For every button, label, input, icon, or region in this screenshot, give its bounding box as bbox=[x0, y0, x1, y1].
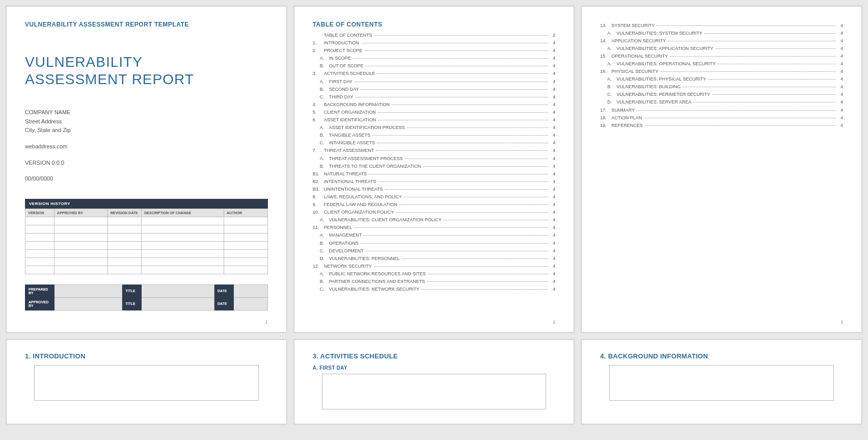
toc-dots bbox=[376, 150, 548, 151]
page-number-3: 3 bbox=[840, 320, 843, 325]
toc-dots bbox=[715, 48, 836, 49]
toc-page: 4 bbox=[550, 79, 555, 85]
toc-page: 4 bbox=[550, 232, 555, 239]
toc-row: 10.CLIENT ORGANIZATION POLICY4 bbox=[313, 209, 556, 216]
table-row bbox=[25, 249, 268, 257]
toc-num: 13. bbox=[600, 22, 611, 29]
toc-label: INTANGIBLE ASSETS bbox=[329, 140, 375, 146]
toc-label: APPLICATION SECURITY bbox=[611, 38, 666, 44]
toc-page: 4 bbox=[838, 22, 843, 29]
toc-row: 2.PROJECT SCOPE4 bbox=[313, 47, 556, 54]
toc-num: B. bbox=[320, 240, 329, 247]
toc-dots bbox=[661, 71, 836, 72]
toc-page: 4 bbox=[838, 91, 843, 98]
toc-page: 4 bbox=[550, 47, 555, 54]
vh-col-version: VERSION bbox=[25, 209, 55, 217]
toc-dots bbox=[704, 33, 836, 34]
toc-page: 4 bbox=[550, 263, 555, 270]
toc-page: 4 bbox=[838, 38, 843, 44]
toc-row: A.MANAGEMENT4 bbox=[313, 232, 556, 239]
title-line1: VULNERABILITY bbox=[25, 54, 143, 70]
toc-row: B.TANGIBLE ASSETS4 bbox=[313, 132, 556, 139]
toc-label: SUMMARY bbox=[611, 107, 635, 114]
content-box-background bbox=[609, 365, 834, 401]
toc-row: A.VULNERABILITIES: PHYSICAL SECURITY4 bbox=[600, 76, 843, 83]
toc-dots bbox=[374, 266, 549, 267]
web-address: webaddress.com bbox=[25, 142, 268, 151]
toc-num: 1. bbox=[313, 40, 324, 46]
toc-num: D. bbox=[320, 255, 329, 262]
report-title: VULNERABILITY ASSESSMENT REPORT bbox=[25, 54, 268, 88]
template-header: VULNERABILITY ASSESSMENT REPORT TEMPLATE bbox=[25, 21, 268, 28]
toc-dots bbox=[366, 66, 549, 66]
toc-num: A. bbox=[320, 124, 329, 131]
toc-num: B. bbox=[607, 84, 616, 90]
toc-num: A. bbox=[607, 61, 616, 67]
toc-label: LAWS, REGULATIONS, AND POLICY bbox=[324, 194, 402, 200]
toc-label: OPERATIONS bbox=[329, 240, 359, 247]
toc-dots bbox=[428, 274, 549, 274]
toc-page: 4 bbox=[550, 86, 555, 93]
toc-title: TABLE OF CONTENTS bbox=[313, 21, 556, 28]
toc-label: VULNERABILITIES: BUILDING bbox=[616, 84, 681, 90]
title-line2: ASSESSMENT REPORT bbox=[25, 71, 194, 87]
toc-num: 6. bbox=[313, 117, 324, 123]
toc-dots bbox=[712, 94, 836, 95]
toc-page: 4 bbox=[550, 163, 555, 170]
toc-dots bbox=[683, 87, 836, 87]
toc-dots bbox=[355, 82, 548, 82]
toc-num: 15. bbox=[600, 53, 611, 60]
city-state-zip: City, State and Zip bbox=[25, 126, 268, 135]
toc-row: 11.PERSONNEL4 bbox=[313, 224, 556, 231]
section-1-title: 1. INTRODUCTION bbox=[25, 352, 268, 360]
toc-label: UNINTENTIONAL THREATS bbox=[324, 186, 383, 193]
toc-row: B.SECOND DAY4 bbox=[313, 86, 556, 93]
toc-row: A.VULNERABILITIES: OPERATIONAL SECURITY4 bbox=[600, 61, 843, 67]
toc-num: 7. bbox=[313, 147, 324, 154]
toc-row: A.THREAT ASSESSMENT PROCESS4 bbox=[313, 156, 556, 162]
toc-label: VULNERABILITIES: PERIMETER SECURITY bbox=[616, 91, 710, 98]
toc-label: VULNERABILITIES: PHYSICAL SECURITY bbox=[616, 76, 706, 83]
toc-num: B. bbox=[320, 63, 329, 69]
toc-dots bbox=[670, 56, 836, 57]
version-history-title: VERSION HISTORY bbox=[25, 199, 268, 209]
toc-page: 4 bbox=[550, 101, 555, 108]
vh-col-desc: DESCRIPTION OF CHANGE bbox=[142, 209, 224, 217]
toc-num: C. bbox=[320, 94, 329, 100]
content-box-firstday bbox=[322, 374, 547, 409]
toc-label: TANGIBLE ASSETS bbox=[329, 132, 370, 139]
toc-num: A. bbox=[607, 45, 616, 52]
toc-label: NATURAL THREATS bbox=[324, 171, 367, 177]
toc-page: 4 bbox=[550, 132, 555, 139]
toc-dots bbox=[644, 118, 836, 118]
toc-dots bbox=[637, 110, 836, 111]
vh-col-revdate: REVISION DATE bbox=[107, 209, 142, 217]
date-label: 00/00/0000 bbox=[25, 174, 268, 184]
toc-dots bbox=[353, 58, 549, 59]
toc-page: 4 bbox=[550, 278, 555, 285]
toc-dots bbox=[364, 235, 548, 236]
toc-label: ACTION PLAN bbox=[611, 115, 642, 121]
toc-row: A.FIRST DAY4 bbox=[313, 79, 556, 85]
toc-row: 17.SUMMARY4 bbox=[600, 107, 843, 114]
toc-row: 1.INTRODUCTION4 bbox=[313, 40, 556, 46]
pages-grid: VULNERABILITY ASSESSMENT REPORT TEMPLATE… bbox=[6, 6, 862, 424]
toc-label: OUT OF SCOPE bbox=[329, 63, 364, 69]
toc-label: FIRST DAY bbox=[329, 79, 352, 85]
toc-row: C.VULNERABILITIES: NETWORK SECURITY4 bbox=[313, 286, 556, 293]
toc-dots bbox=[377, 73, 548, 74]
toc-dots bbox=[718, 64, 836, 64]
toc-page: 4 bbox=[550, 178, 555, 185]
toc-dots bbox=[407, 127, 548, 128]
toc-row: C.VULNERABILITIES: PERIMETER SECURITY4 bbox=[600, 91, 843, 98]
toc-page: 4 bbox=[838, 76, 843, 83]
toc-label: MANAGEMENT bbox=[329, 232, 362, 239]
sig-approved-by: APPROVED BY bbox=[25, 297, 55, 310]
vh-col-author: AUTHOR bbox=[224, 209, 268, 217]
toc-num: 17. bbox=[600, 107, 611, 114]
toc-row: 7.THREAT ASSESSMENT4 bbox=[313, 147, 556, 154]
toc-dots bbox=[378, 182, 549, 182]
toc-num: B3. bbox=[313, 186, 324, 193]
toc-dots bbox=[365, 50, 549, 51]
toc-row: A.IN SCOPE4 bbox=[313, 55, 556, 62]
